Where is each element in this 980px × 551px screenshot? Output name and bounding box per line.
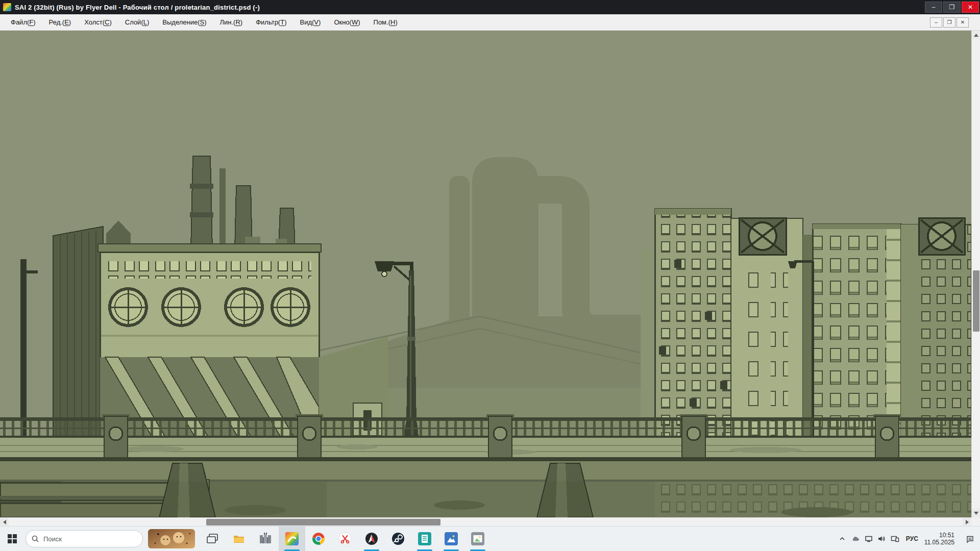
tray-chevron-up-icon[interactable] xyxy=(836,527,849,551)
taskbar-app-photos[interactable] xyxy=(438,527,464,551)
menu-item-list: Файл(F)Ред.(E)Холст(C)Слой(L)Выделение(S… xyxy=(0,14,404,30)
taskbar-clock[interactable]: 10:51 11.05.2025 xyxy=(922,532,960,546)
start-button[interactable] xyxy=(0,527,24,551)
office-writer-icon xyxy=(418,532,431,545)
clock-time: 10:51 xyxy=(924,532,954,539)
tray-volume-icon[interactable] xyxy=(875,527,889,551)
clock-date: 11.05.2025 xyxy=(924,539,954,546)
restore-button[interactable]: ❐ xyxy=(943,2,961,13)
vertical-scroll-thumb[interactable] xyxy=(973,270,979,332)
sai2-icon xyxy=(285,532,299,545)
photos-icon xyxy=(445,532,458,545)
taskbar-app-image-viewer[interactable] xyxy=(464,527,491,551)
taskbar-app-file-explorer[interactable] xyxy=(226,527,252,551)
menu-item[interactable]: Слой(L) xyxy=(118,14,156,30)
scroll-right-arrow[interactable] xyxy=(963,518,971,527)
menu-item[interactable]: Файл(F) xyxy=(4,14,42,30)
notification-center-button[interactable] xyxy=(960,527,980,551)
scroll-down-arrow[interactable] xyxy=(972,509,980,517)
taskbar-app-navigator[interactable] xyxy=(358,527,385,551)
taskbar-app-steam[interactable] xyxy=(385,527,411,551)
truss-emblem-2 xyxy=(919,218,965,255)
steam-icon xyxy=(391,532,405,545)
menu-item[interactable]: Фильтр(T) xyxy=(249,14,293,30)
taskbar-app-sai2[interactable] xyxy=(279,527,305,551)
menu-item[interactable]: Холст(C) xyxy=(78,14,118,30)
doc-close-button[interactable]: ✕ xyxy=(957,17,969,28)
sai-app-icon xyxy=(3,3,11,11)
menu-item[interactable]: Пом.(H) xyxy=(367,14,404,30)
chrome-icon xyxy=(312,532,325,545)
windows-logo-icon xyxy=(8,534,17,543)
window-controls: – ❐ ✕ xyxy=(925,0,980,14)
search-icon xyxy=(31,535,39,543)
search-input[interactable] xyxy=(43,535,125,543)
taskbar-app-office-writer[interactable] xyxy=(411,527,438,551)
scrollbar-corner xyxy=(971,517,980,526)
desktop-screen: SAI 2 (32bit) (Rus) by Flyer Dell - Рабо… xyxy=(0,0,980,551)
document-window-controls: – ❐ ✕ xyxy=(929,17,969,28)
notification-icon xyxy=(966,535,974,543)
language-indicator[interactable]: РУС xyxy=(902,535,922,542)
task-view-button[interactable] xyxy=(199,527,226,551)
tray-network-icon[interactable] xyxy=(862,527,875,551)
system-tray: РУС 10:51 11.05.2025 xyxy=(836,527,980,551)
file-explorer-icon xyxy=(232,532,246,545)
task-view-icon xyxy=(207,534,218,544)
image-viewer-icon xyxy=(471,532,484,545)
scroll-up-arrow[interactable] xyxy=(972,31,980,39)
navigator-icon xyxy=(365,532,378,545)
menu-item[interactable]: Лин.(R) xyxy=(213,14,250,30)
taskbar-app-fortress-game[interactable] xyxy=(252,527,279,551)
minimize-button[interactable]: – xyxy=(925,2,942,13)
scroll-left-arrow[interactable] xyxy=(0,518,9,527)
window-title: SAI 2 (32bit) (Rus) by Flyer Dell - Рабо… xyxy=(15,4,260,11)
search-box[interactable] xyxy=(26,530,143,547)
close-button[interactable]: ✕ xyxy=(962,2,979,13)
fortress-game-icon xyxy=(259,532,272,545)
title-bar: SAI 2 (32bit) (Rus) by Flyer Dell - Рабо… xyxy=(0,0,980,14)
taskbar-app-chrome[interactable] xyxy=(305,527,332,551)
menu-item[interactable]: Выделение(S) xyxy=(156,14,213,30)
drawing-canvas[interactable] xyxy=(0,31,971,517)
vertical-scrollbar[interactable] xyxy=(971,31,980,517)
taskbar: РУС 10:51 11.05.2025 xyxy=(0,526,980,551)
taskbar-app-scissors[interactable] xyxy=(332,527,358,551)
menu-bar: Файл(F)Ред.(E)Холст(C)Слой(L)Выделение(S… xyxy=(0,14,980,31)
bridge-overpass xyxy=(0,414,971,482)
canvas-artwork[interactable] xyxy=(0,31,971,517)
tray-device-icon[interactable] xyxy=(889,527,902,551)
menu-item[interactable]: Ред.(E) xyxy=(42,14,78,30)
spotlight-cheetah-thumbnail[interactable] xyxy=(148,529,195,548)
doc-minimize-button[interactable]: – xyxy=(930,17,942,28)
menu-item[interactable]: Окно(W) xyxy=(327,14,366,30)
tray-cloud-icon[interactable] xyxy=(849,527,862,551)
menu-item[interactable]: Вид(V) xyxy=(293,14,328,30)
truss-emblem-1 xyxy=(739,218,786,255)
horizontal-scroll-thumb[interactable] xyxy=(206,519,440,525)
horizontal-scrollbar[interactable] xyxy=(0,517,971,526)
doc-restore-button[interactable]: ❐ xyxy=(943,17,955,28)
scissors-app-icon xyxy=(338,532,352,545)
